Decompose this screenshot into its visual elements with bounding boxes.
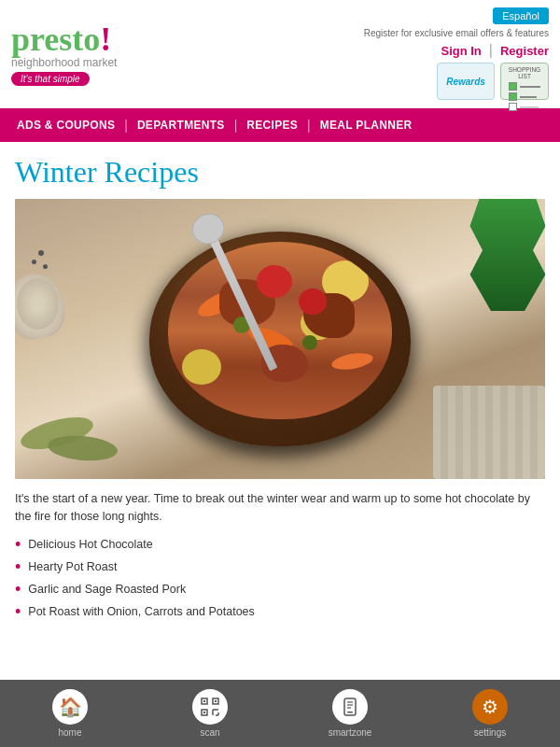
shopping-list-label: SHOPPING LIST xyxy=(505,66,544,79)
signin-link[interactable]: Sign In xyxy=(441,44,481,58)
bottom-nav-item-scan[interactable]: scan xyxy=(140,689,280,738)
register-link[interactable]: Register xyxy=(500,44,549,58)
espanol-button[interactable]: Español xyxy=(493,7,549,24)
recipe-list: • Delicious Hot Chocolate • Hearty Pot R… xyxy=(15,533,545,623)
nav-item-recipes[interactable]: RECIPES xyxy=(237,119,307,132)
svg-rect-4 xyxy=(215,700,217,702)
scan-icon xyxy=(192,689,228,725)
bullet-icon: • xyxy=(15,603,21,620)
main-content: Winter Recipes xyxy=(0,142,560,623)
header-cards: Rewards SHOPPING LIST xyxy=(437,63,549,100)
rewards-card[interactable]: Rewards xyxy=(437,63,495,100)
nav-divider: | xyxy=(489,42,493,59)
nav-item-departments[interactable]: DEPARTMENTS xyxy=(128,119,234,132)
bullet-icon: • xyxy=(15,558,21,575)
home-icon: 🏠 xyxy=(52,689,88,725)
shopping-list-card[interactable]: SHOPPING LIST xyxy=(500,63,549,100)
settings-icon: ⚙ xyxy=(472,689,508,725)
logo-text: presto! xyxy=(11,22,117,56)
settings-label: settings xyxy=(474,727,506,738)
logo-tagline: It's that simple xyxy=(11,72,90,86)
svg-rect-11 xyxy=(347,712,353,713)
bullet-icon: • xyxy=(15,536,21,553)
list-item[interactable]: • Pot Roast with Onion, Carrots and Pota… xyxy=(15,600,545,623)
shopping-list-lines xyxy=(505,82,544,111)
bullet-icon: • xyxy=(15,581,21,598)
logo-area: presto! neighborhood market It's that si… xyxy=(11,22,117,86)
nav-item-meal-planner[interactable]: MEAL PLANNER xyxy=(311,119,422,132)
smartzone-icon xyxy=(332,689,368,725)
register-text: Register for exclusive email offers & fe… xyxy=(364,28,549,38)
list-item[interactable]: • Delicious Hot Chocolate xyxy=(15,533,545,556)
smartzone-label: smartzone xyxy=(329,727,372,738)
scan-label: scan xyxy=(200,727,219,738)
header: presto! neighborhood market It's that si… xyxy=(0,0,560,108)
list-item[interactable]: • Garlic and Sage Roasted Pork xyxy=(15,578,545,600)
home-label: home xyxy=(58,727,81,738)
list-item[interactable]: • Hearty Pot Roast xyxy=(15,556,545,578)
food-image xyxy=(15,199,545,479)
logo-subtitle: neighborhood market xyxy=(11,56,117,69)
nav-item-ads[interactable]: ADS & COUPONS xyxy=(7,119,124,132)
logo-main: presto xyxy=(11,21,100,58)
svg-rect-3 xyxy=(203,700,205,702)
svg-rect-5 xyxy=(203,712,205,713)
bottom-nav-item-smartzone[interactable]: smartzone xyxy=(280,689,420,738)
nav-bar: ADS & COUPONS | DEPARTMENTS | RECIPES | … xyxy=(0,108,560,142)
bottom-nav: 🏠 home scan smartzone ⚙ settings xyxy=(0,680,560,747)
page-title: Winter Recipes xyxy=(15,155,545,190)
bottom-nav-item-settings[interactable]: ⚙ settings xyxy=(420,689,560,738)
header-right: Español Register for exclusive email off… xyxy=(364,7,549,100)
description-text: It's the start of a new year. Time to br… xyxy=(15,490,545,526)
logo-exclamation: ! xyxy=(100,21,111,58)
bottom-nav-item-home[interactable]: 🏠 home xyxy=(0,689,140,738)
signin-register-row: Sign In | Register xyxy=(441,42,549,59)
